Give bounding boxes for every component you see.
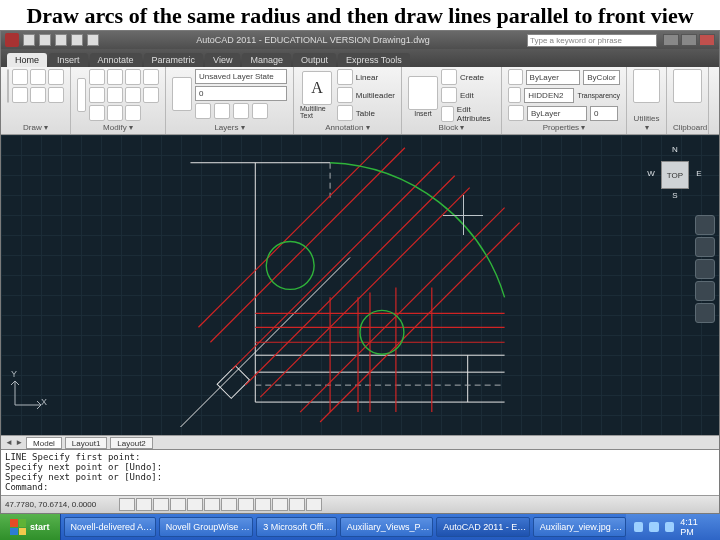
command-prompt[interactable]: Command: <box>5 482 715 492</box>
panel-modify-label[interactable]: Modify ▾ <box>77 123 159 132</box>
start-button[interactable]: start <box>0 514 61 540</box>
circle-icon[interactable] <box>30 69 46 85</box>
nav-zoom-icon[interactable] <box>695 259 715 279</box>
tab-model[interactable]: Model <box>26 437 62 449</box>
layer-props-icon[interactable] <box>172 77 192 111</box>
table-icon[interactable] <box>337 105 353 121</box>
save-icon[interactable] <box>55 34 67 46</box>
snap-toggle[interactable] <box>119 498 135 511</box>
polyline-icon[interactable] <box>12 69 28 85</box>
ortho-toggle[interactable] <box>153 498 169 511</box>
hatch-icon[interactable] <box>48 87 64 103</box>
rotate-icon[interactable] <box>107 69 123 85</box>
taskbar-item[interactable]: Auxiliary_view.jpg … <box>533 517 626 537</box>
otrack-toggle[interactable] <box>204 498 220 511</box>
block-edit-icon[interactable] <box>441 87 457 103</box>
list-icon[interactable] <box>508 105 524 121</box>
panel-layers-label[interactable]: Layers ▾ <box>172 123 287 132</box>
tray-icon[interactable] <box>634 522 643 532</box>
polar-toggle[interactable] <box>170 498 186 511</box>
taskbar-item[interactable]: Auxiliary_Views_P… <box>340 517 433 537</box>
tab-output[interactable]: Output <box>293 53 336 67</box>
panel-clipboard-label[interactable]: Clipboard <box>673 123 702 132</box>
panel-properties-label[interactable]: Properties ▾ <box>508 123 620 132</box>
viewcube[interactable]: TOP N S E W <box>647 147 703 203</box>
viewcube-s[interactable]: S <box>669 191 681 203</box>
erase-icon[interactable] <box>125 105 141 121</box>
minimize-button[interactable] <box>663 34 679 46</box>
tab-home[interactable]: Home <box>7 53 47 67</box>
nav-wheel-icon[interactable] <box>695 215 715 235</box>
ducs-toggle[interactable] <box>221 498 237 511</box>
measure-icon[interactable] <box>633 69 660 103</box>
osnap-toggle[interactable] <box>187 498 203 511</box>
help-search-input[interactable]: Type a keyword or phrase <box>527 34 657 47</box>
lwt-toggle[interactable] <box>255 498 271 511</box>
explode-icon[interactable] <box>107 87 123 103</box>
tab-layout1[interactable]: Layout1 <box>65 437 107 449</box>
tab-insert[interactable]: Insert <box>49 53 88 67</box>
drawing-area[interactable]: Y X TOP N S E W <box>1 135 719 435</box>
lineweight-icon[interactable] <box>508 87 521 103</box>
layer-freeze-icon[interactable] <box>214 103 230 119</box>
viewcube-w[interactable]: W <box>645 169 657 181</box>
mleader-icon[interactable] <box>337 87 353 103</box>
taskbar-item[interactable]: Novell-delivered A… <box>64 517 156 537</box>
nav-orbit-icon[interactable] <box>695 281 715 301</box>
taskbar-item[interactable]: 3 Microsoft Offi… <box>256 517 336 537</box>
bycolor-combo[interactable]: ByColor <box>583 70 620 85</box>
model-toggle[interactable] <box>306 498 322 511</box>
grid-toggle[interactable] <box>136 498 152 511</box>
tab-annotate[interactable]: Annotate <box>90 53 142 67</box>
move-tool-icon[interactable] <box>77 78 86 112</box>
trim-icon[interactable] <box>125 69 141 85</box>
layer-color-combo[interactable]: ByLayer <box>526 70 581 85</box>
linetype-combo[interactable]: HIDDEN2 <box>524 88 574 103</box>
stretch-icon[interactable] <box>125 87 141 103</box>
tab-view[interactable]: View <box>205 53 240 67</box>
maximize-button[interactable] <box>681 34 697 46</box>
undo-icon[interactable] <box>71 34 83 46</box>
tab-express-tools[interactable]: Express Tools <box>338 53 410 67</box>
mirror-icon[interactable] <box>143 69 159 85</box>
open-icon[interactable] <box>39 34 51 46</box>
new-icon[interactable] <box>23 34 35 46</box>
qp-toggle[interactable] <box>272 498 288 511</box>
panel-draw-label[interactable]: Draw ▾ <box>7 123 64 132</box>
layer-state-combo[interactable]: Unsaved Layer State <box>195 69 287 84</box>
ellipse-icon[interactable] <box>30 87 46 103</box>
paste-icon[interactable] <box>673 69 702 103</box>
dyn-toggle[interactable] <box>238 498 254 511</box>
array-icon[interactable] <box>89 105 105 121</box>
nav-pan-icon[interactable] <box>695 237 715 257</box>
taskbar-item-active[interactable]: AutoCAD 2011 - E… <box>436 517 530 537</box>
text-tool-icon[interactable]: A <box>302 71 332 105</box>
block-create-icon[interactable] <box>441 69 457 85</box>
current-layer-combo[interactable]: 0 <box>195 86 287 101</box>
line-tool-icon[interactable] <box>7 69 9 103</box>
rect-icon[interactable] <box>12 87 28 103</box>
tab-layout2[interactable]: Layout2 <box>110 437 152 449</box>
autocad-app-icon[interactable] <box>5 33 19 47</box>
insert-block-icon[interactable] <box>408 76 438 110</box>
offset-icon[interactable] <box>107 105 123 121</box>
viewcube-face[interactable]: TOP <box>661 161 689 189</box>
panel-annotation-label[interactable]: Annotation ▾ <box>300 123 395 132</box>
arc-icon[interactable] <box>48 69 64 85</box>
command-window[interactable]: LINE Specify first point: Specify next p… <box>1 449 719 495</box>
block-attrib-icon[interactable] <box>441 106 454 122</box>
scale-icon[interactable] <box>143 87 159 103</box>
nav-showmotion-icon[interactable] <box>695 303 715 323</box>
tray-icon[interactable] <box>665 522 674 532</box>
viewcube-e[interactable]: E <box>693 169 705 181</box>
taskbar-item[interactable]: Novell GroupWise … <box>159 517 254 537</box>
lineweight-combo[interactable]: ByLayer <box>527 106 587 121</box>
panel-utilities-label[interactable]: Utilities ▾ <box>633 114 660 132</box>
close-button[interactable] <box>699 34 715 46</box>
panel-block-label[interactable]: Block ▾ <box>408 123 495 132</box>
layer-iso-icon[interactable] <box>195 103 211 119</box>
tab-parametric[interactable]: Parametric <box>144 53 204 67</box>
layer-lock-icon[interactable] <box>233 103 249 119</box>
fillet-icon[interactable] <box>89 87 105 103</box>
taskbar-clock[interactable]: 4:11 PM <box>680 517 712 537</box>
